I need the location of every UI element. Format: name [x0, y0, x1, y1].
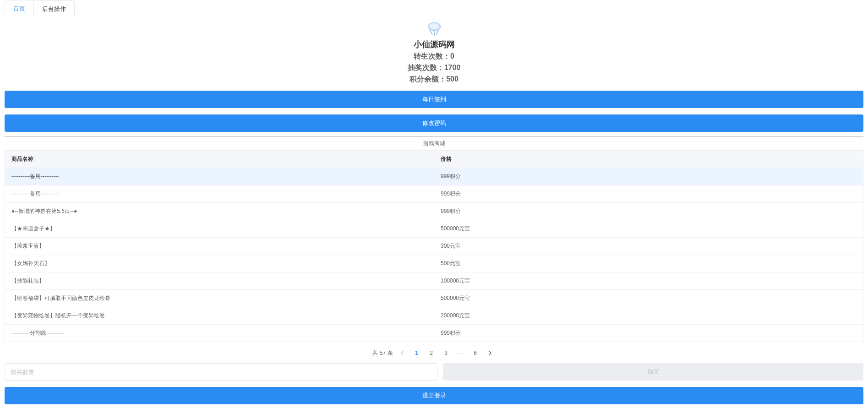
cell-price: 500元宝 [434, 255, 863, 272]
table-row[interactable]: 【变异宠物绘卷】随机开一个变异绘卷200000元宝 [5, 307, 863, 325]
table-row[interactable]: 【女娲补天石】500元宝 [5, 255, 863, 272]
cell-price: 999积分 [434, 185, 863, 203]
pagination-page-6[interactable]: 6 [470, 347, 481, 359]
table-row[interactable]: 【技能礼包】100000元宝 [5, 272, 863, 290]
stat-points-label: 积分余额： [409, 75, 446, 83]
cell-name: 【琼浆玉液】 [5, 238, 434, 255]
tab-home[interactable]: 首页 [5, 0, 34, 17]
stat-rebirth: 转生次数：0 [5, 52, 863, 61]
tab-admin[interactable]: 后台操作 [33, 0, 75, 17]
cell-price: 500000元宝 [434, 290, 863, 307]
pagination-ellipsis[interactable]: ··· [455, 347, 466, 359]
cell-price: 100000元宝 [434, 272, 863, 290]
shop-title: 游戏商城 [5, 137, 863, 150]
logout-button[interactable]: 退出登录 [5, 387, 863, 404]
pagination-page-1[interactable]: 1 [411, 347, 422, 359]
cell-price: 999积分 [434, 325, 863, 342]
daily-checkin-button[interactable]: 每日签到 [5, 91, 863, 108]
cell-name: ●--新增的神兽在第5.6页--● [5, 203, 434, 220]
stat-rebirth-label: 转生次数： [414, 52, 450, 60]
stat-lottery-label: 抽奖次数： [408, 64, 444, 71]
stat-lottery-value: 1700 [444, 64, 461, 71]
change-password-button[interactable]: 修改密码 [5, 114, 863, 132]
site-logo-icon [425, 21, 443, 37]
cell-price: 500000元宝 [434, 220, 863, 238]
pagination-page-2[interactable]: 2 [426, 347, 437, 359]
cell-price: 300元宝 [434, 238, 863, 255]
table-row[interactable]: 【★幸运盒子★】500000元宝 [5, 220, 863, 238]
pagination-prev-icon[interactable] [397, 347, 408, 359]
top-tabs: 首页 后台操作 [5, 0, 863, 17]
cell-price: 200000元宝 [434, 307, 863, 325]
col-price: 价格 [434, 151, 863, 168]
cell-price: 999积分 [434, 168, 863, 185]
purchase-row: 购买 [5, 363, 863, 381]
stat-points-value: 500 [446, 75, 459, 83]
cell-price: 999积分 [434, 203, 863, 220]
cell-name: 【变异宠物绘卷】随机开一个变异绘卷 [5, 307, 434, 325]
cell-name: 【★幸运盒子★】 [5, 220, 434, 238]
buy-button[interactable]: 购买 [443, 363, 864, 381]
pagination-total: 共 57 条 [372, 349, 393, 357]
cell-name: ----------备用---------- [5, 185, 434, 203]
table-row[interactable]: 【绘卷福袋】可抽取不同颜色皮皮龙绘卷500000元宝 [5, 290, 863, 307]
pagination: 共 57 条 123···6 [5, 347, 863, 359]
table-row[interactable]: 【琼浆玉液】300元宝 [5, 238, 863, 255]
pagination-page-3[interactable]: 3 [441, 347, 452, 359]
pagination-next-icon[interactable] [485, 347, 496, 359]
col-name: 商品名称 [5, 151, 434, 168]
shop-table: 商品名称 价格 ----------备用----------999积分-----… [5, 150, 863, 342]
table-row[interactable]: ----------分割线----------999积分 [5, 325, 863, 342]
svg-point-1 [430, 23, 439, 29]
cell-name: 【绘卷福袋】可抽取不同颜色皮皮龙绘卷 [5, 290, 434, 307]
stat-rebirth-value: 0 [450, 52, 454, 60]
cell-name: 【女娲补天石】 [5, 255, 434, 272]
site-name: 小仙源码网 [5, 39, 863, 50]
purchase-qty-input[interactable] [5, 363, 437, 381]
stat-points: 积分余额：500 [5, 75, 863, 84]
cell-name: ----------分割线---------- [5, 325, 434, 342]
stat-lottery: 抽奖次数：1700 [5, 63, 863, 73]
table-row[interactable]: ----------备用----------999积分 [5, 185, 863, 203]
cell-name: 【技能礼包】 [5, 272, 434, 290]
table-row[interactable]: ●--新增的神兽在第5.6页--●999积分 [5, 203, 863, 220]
header-block: 小仙源码网 转生次数：0 抽奖次数：1700 积分余额：500 [5, 21, 863, 84]
cell-name: ----------备用---------- [5, 168, 434, 185]
table-row[interactable]: ----------备用----------999积分 [5, 168, 863, 185]
